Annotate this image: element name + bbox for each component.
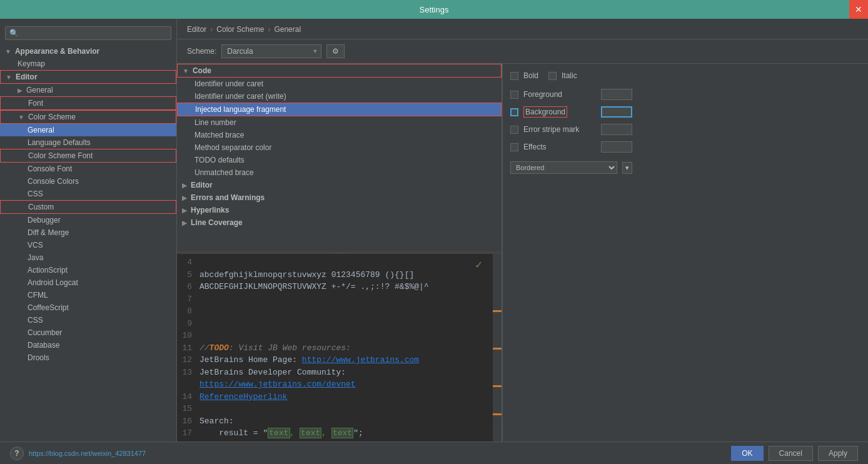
preview-section: 4 5 abcdefghijklmnopqrstuvwxyz 012345678… — [177, 254, 502, 441]
sidebar-item-vcs[interactable]: VCS — [0, 239, 176, 251]
scheme-label: Scheme: — [187, 47, 216, 56]
help-button[interactable]: ? — [10, 446, 24, 460]
breadcrumb-colorscheme[interactable]: Color Scheme — [216, 25, 264, 34]
sidebar-item-database[interactable]: Database — [0, 339, 176, 351]
sidebar-item-custom[interactable]: Custom — [0, 200, 176, 214]
tree-item-identifier-caret[interactable]: Identifier under caret — [177, 78, 502, 90]
bold-checkbox[interactable] — [510, 72, 518, 80]
sidebar-item-css[interactable]: CSS — [0, 188, 176, 200]
title-bar: Settings ✕ — [0, 0, 868, 19]
arrow-icon-editor: ▼ — [6, 74, 12, 81]
preview-line-15: 15 — [177, 403, 493, 415]
foreground-checkbox[interactable] — [510, 91, 518, 99]
apply-button[interactable]: Apply — [818, 446, 858, 461]
search-box[interactable]: 🔍 — [5, 26, 171, 40]
tree-item-unmatched-brace[interactable]: Unmatched brace — [177, 166, 502, 179]
scheme-select[interactable]: Darcula Default High Contrast — [221, 44, 321, 58]
sidebar-item-editor[interactable]: ▼ Editor — [0, 70, 176, 84]
tree-group-errors[interactable]: ▶ Errors and Warnings — [177, 191, 502, 204]
preview-line-17: 17 result = "text, text, text"; — [177, 427, 493, 440]
triangle-icon-errors: ▶ — [182, 194, 187, 201]
preview-line-9: 9 — [177, 318, 493, 330]
sidebar: 🔍 ▼ Appearance & Behavior Keymap ▼ Edito… — [0, 19, 177, 441]
background-label: Background — [523, 106, 567, 118]
window-title: Settings — [420, 5, 449, 14]
tree-scroll[interactable]: ▼ Code Identifier under caret Identifier… — [177, 64, 502, 251]
sidebar-item-langdefaults[interactable]: Language Defaults — [0, 136, 176, 149]
sidebar-item-coffeescript[interactable]: CoffeeScript — [0, 301, 176, 314]
breadcrumb-editor[interactable]: Editor — [187, 25, 206, 34]
bottom-left: ? https://blog.csdn.net/weixin_42831477 — [10, 446, 146, 460]
middle-split: ▼ Code Identifier under caret Identifier… — [177, 64, 868, 441]
tree-item-matched-brace[interactable]: Matched brace — [177, 129, 502, 141]
tree-group-code[interactable]: ▼ Code — [177, 64, 502, 78]
sidebar-item-cucumber[interactable]: Cucumber — [0, 326, 176, 339]
bottom-right: OK Cancel Apply — [731, 446, 858, 461]
preview-line-13: 13 JetBrains Developer Community: https:… — [177, 366, 493, 391]
preview-line-8: 8 — [177, 305, 493, 318]
checkmark-icon: ✓ — [475, 259, 483, 271]
search-icon: 🔍 — [9, 29, 19, 38]
triangle-icon-linecoverage: ▶ — [182, 219, 187, 226]
sidebar-item-cfml[interactable]: CFML — [0, 289, 176, 301]
tree-item-injected-language[interactable]: Injected language fragment — [177, 103, 502, 116]
tree-group-linecoverage[interactable]: ▶ Line Coverage — [177, 216, 502, 229]
effects-dropdown-button[interactable]: ▾ — [622, 162, 632, 174]
sidebar-item-general2[interactable]: General — [0, 124, 176, 136]
sidebar-item-diffmerge[interactable]: Diff & Merge — [0, 226, 176, 239]
link-jetbrains: http://www.jetbrains.com — [302, 355, 419, 365]
sidebar-item-consolecolors[interactable]: Console Colors — [0, 175, 176, 188]
italic-label: Italic — [562, 71, 577, 80]
link-devnet: https://www.jetbrains.com/devnet — [199, 380, 356, 389]
tree-item-todo-defaults[interactable]: TODO defaults — [177, 154, 502, 166]
sidebar-item-general[interactable]: ▶ General — [0, 84, 176, 96]
scrollbar-mark-1 — [493, 310, 502, 312]
sidebar-item-debugger[interactable]: Debugger — [0, 214, 176, 226]
preview-line-4: 4 — [177, 256, 493, 269]
sidebar-item-csf[interactable]: Color Scheme Font — [0, 149, 176, 163]
breadcrumb-general[interactable]: General — [274, 25, 301, 34]
sidebar-item-keymap[interactable]: Keymap — [0, 58, 176, 70]
bold-row: Bold — [510, 71, 538, 80]
sidebar-item-appearance[interactable]: ▼ Appearance & Behavior — [0, 45, 176, 58]
errorstripe-row: Error stripe mark — [510, 124, 632, 135]
ok-button[interactable]: OK — [731, 446, 763, 461]
sidebar-item-androidlogcat[interactable]: Android Logcat — [0, 276, 176, 289]
errorstripe-color-box[interactable] — [601, 124, 632, 135]
scrollbar-mark-4 — [493, 413, 502, 415]
sidebar-item-actionscript[interactable]: ActionScript — [0, 264, 176, 276]
tree-item-line-number[interactable]: Line number — [177, 116, 502, 129]
background-color-box[interactable] — [601, 106, 632, 118]
foreground-color-box[interactable] — [601, 89, 632, 100]
sidebar-item-java[interactable]: Java — [0, 251, 176, 264]
errorstripe-checkbox[interactable] — [510, 126, 518, 134]
scrollbar-mark-2 — [493, 348, 502, 350]
tree-group-editor[interactable]: ▶ Editor — [177, 179, 502, 191]
sidebar-item-css2[interactable]: CSS — [0, 314, 176, 326]
link-ref: ReferenceHyperlink — [199, 392, 287, 401]
preview-line-6: 6 ABCDEFGHIJKLMNOPQRSTUVWXYZ +-*/= .,;:!… — [177, 281, 493, 293]
effects-checkbox[interactable] — [510, 143, 518, 151]
sidebar-item-colorscheme[interactable]: ▼ Color Scheme — [0, 110, 176, 124]
close-button[interactable]: ✕ — [849, 0, 868, 19]
scheme-gear-button[interactable]: ⚙ — [326, 44, 345, 58]
cancel-button[interactable]: Cancel — [769, 446, 813, 461]
effects-type-select[interactable]: Bordered Underline Bold underline Strike… — [510, 161, 617, 174]
effects-color-box[interactable] — [601, 141, 632, 153]
tree-group-hyperlinks[interactable]: ▶ Hyperlinks — [177, 204, 502, 216]
search-input[interactable] — [21, 29, 167, 38]
foreground-row: Foreground — [510, 89, 632, 100]
props-panel: Bold Italic Foreground Background — [502, 64, 640, 441]
bold-italic-row: Bold Italic — [510, 71, 632, 80]
background-checkbox[interactable] — [510, 108, 518, 116]
tree-item-identifier-caret-write[interactable]: Identifier under caret (write) — [177, 90, 502, 103]
sidebar-item-drools[interactable]: Drools — [0, 351, 176, 364]
arrow-icon: ▼ — [5, 48, 11, 55]
scrollbar-mark-3 — [493, 385, 502, 387]
italic-checkbox[interactable] — [548, 72, 557, 80]
url-bar: https://blog.csdn.net/weixin_42831477 — [29, 450, 146, 457]
preview-scrollbar[interactable] — [493, 254, 502, 441]
tree-item-method-separator[interactable]: Method separator color — [177, 141, 502, 154]
sidebar-item-font[interactable]: Font — [0, 96, 176, 110]
sidebar-item-consolefont[interactable]: Console Font — [0, 163, 176, 175]
